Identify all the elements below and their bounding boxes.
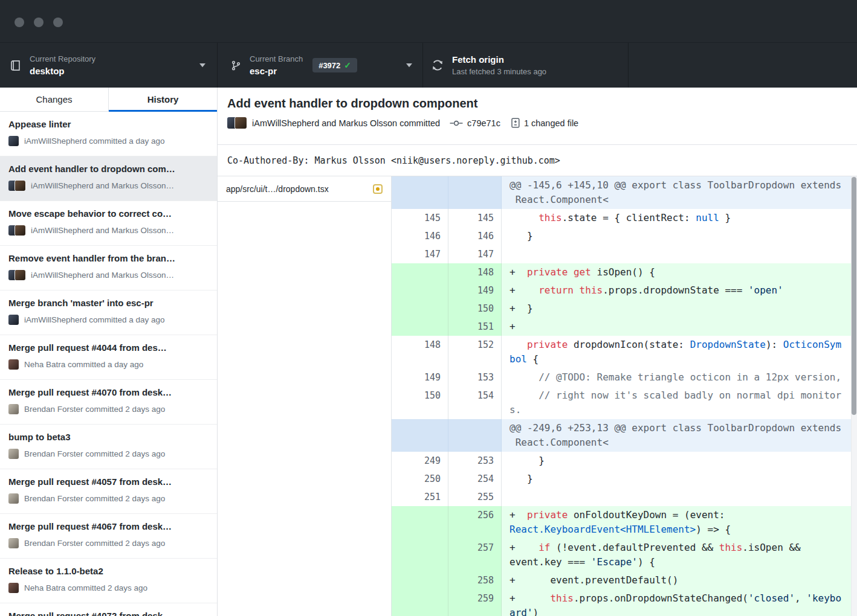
new-line-number: 254 [448,470,502,488]
titlebar [0,0,857,42]
old-line-number [392,300,448,318]
fetch-title: Fetch origin [452,54,546,65]
new-line-number: 145 [448,209,502,227]
chevron-down-icon [199,63,206,68]
new-line-number: 258 [448,571,502,589]
diff-code-text: } [502,470,857,488]
diff-code-text: + if (!event.defaultPrevented && this.is… [502,539,857,571]
fetch-origin-button[interactable]: Fetch origin Last fetched 3 minutes ago [423,43,629,88]
commit-history-list: Appease linteriAmWillShepherd committed … [0,112,217,616]
diff-code-text: + return this.props.dropdownState === 'o… [502,281,857,300]
diff-context-line: 148152 private dropdownIcon(state: Dropd… [392,336,857,368]
commit-item-byline: iAmWillShepherd committed a day ago [8,136,210,146]
committer-avatars [227,117,247,129]
diff-added-line: 149+ return this.props.dropdownState ===… [392,281,857,300]
diff-context-line: 250254 } [392,470,857,488]
git-branch-icon [231,60,241,71]
old-line-number [392,419,448,452]
commit-list-item[interactable]: Merge pull request #4070 from desk…Brend… [0,380,217,425]
new-line-number: 151 [448,318,502,336]
committer-avatars [8,270,25,280]
old-line-number [392,506,448,539]
diff-content: @@ -145,6 +145,10 @@ export class Toolba… [392,176,857,616]
commit-header: Add event handler to dropdown component … [218,88,857,145]
diff-scrollbar[interactable] [851,176,857,616]
diff-added-line: 256+ private onFoldoutKeyDown = (event: … [392,506,857,539]
minimize-window-button[interactable] [34,18,44,27]
avatar [235,117,247,129]
branch-selector[interactable]: Current Branch esc-pr #3972✓ [218,43,423,88]
avatar [8,404,19,414]
repository-label: Current Repository [30,54,95,64]
diff-added-line: 148+ private get isOpen() { [392,263,857,281]
diff-added-line: 150+ } [392,300,857,318]
changed-file-item[interactable]: app/src/ui/t…/dropdown.tsx [218,176,391,202]
commit-list-item[interactable]: Add event handler to dropdown com…iAmWil… [0,156,217,201]
sync-icon [432,59,444,71]
commit-item-byline: iAmWillShepherd committed a day ago [8,315,210,325]
commit-list-item[interactable]: Merge pull request #4057 from desk…Brend… [0,469,217,514]
committer-avatars [8,449,19,459]
commit-item-byline: Brendan Forster committed 2 days ago [8,404,210,414]
old-line-number: 249 [392,452,448,470]
tab-changes[interactable]: Changes [0,88,108,111]
tab-history[interactable]: History [108,88,217,111]
new-line-number: 149 [448,281,502,300]
zoom-window-button[interactable] [53,18,63,27]
old-line-number [392,571,448,589]
new-line-number: 152 [448,336,502,368]
byline-text: iAmWillShepherd committed a day ago [24,315,165,324]
diff-code-text: + this.props.onDropdownStateChanged('clo… [502,589,857,616]
close-window-button[interactable] [15,18,24,27]
diff-code-text: + event.preventDefault() [502,571,857,589]
commit-item-title: Remove event handler from the bran… [8,252,210,265]
diff-code-text: + } [502,300,857,318]
commit-list-item[interactable]: Release to 1.1.0-beta2Neha Batra committ… [0,559,217,603]
toolbar: Current Repository desktop Current Branc… [0,42,857,88]
commit-list-item[interactable]: bump to beta3Brendan Forster committed 2… [0,425,217,469]
repository-text: Current Repository desktop [30,54,95,77]
diff-code-text: private dropdownIcon(state: DropdownStat… [502,336,857,368]
commit-list-item[interactable]: Merge branch 'master' into esc-priAmWill… [0,290,217,335]
committer-avatars [8,404,19,414]
committer-avatars [8,493,19,504]
committer-avatars [8,225,25,236]
commit-list-item[interactable]: Appease linteriAmWillShepherd committed … [0,112,217,156]
commit-list-item[interactable]: Move escape behavior to correct co…iAmWi… [0,201,217,246]
commit-list-item[interactable]: Remove event handler from the bran…iAmWi… [0,246,217,290]
diff-context-line: 149153 // @TODO: Remake triangle octicon… [392,368,857,387]
commit-list-item[interactable]: Merge pull request #4044 from des…Neha B… [0,335,217,380]
commit-list-item[interactable]: Merge pull request #4067 from desk…Brend… [0,514,217,559]
commit-item-title: Add event handler to dropdown com… [8,163,210,175]
modified-status-icon [373,184,383,194]
pr-number-badge[interactable]: #3972✓ [312,58,357,72]
byline-text: iAmWillShepherd and Markus Olsson… [31,226,174,235]
new-line-number [448,176,502,209]
diff-hunk-header: @@ -145,6 +145,10 @@ export class Toolba… [392,176,857,209]
new-line-number: 153 [448,368,502,387]
commit-item-byline: Brendan Forster committed 2 days ago [8,538,210,548]
diff-code-text: } [502,227,857,245]
byline-text: Brendan Forster committed 2 days ago [24,494,165,503]
commit-byline: iAmWillShepherd and Markus Olsson commit… [252,118,440,128]
avatar [8,538,19,548]
diff-hunk-header: @@ -249,6 +253,13 @@ export class Toolba… [392,419,857,452]
diff-view: app/src/ui/t…/dropdown.tsx @@ -145,6 +14… [218,176,857,616]
commit-item-byline: Brendan Forster committed 2 days ago [8,493,210,504]
commit-title: Add event handler to dropdown component [227,95,847,111]
commit-list-item[interactable]: Merge pull request #4072 from desk… [0,603,217,616]
commit-item-title: Move escape behavior to correct co… [8,208,210,220]
commit-item-byline: iAmWillShepherd and Markus Olsson… [8,181,210,191]
diff-code-text [502,488,857,506]
diff-added-line: 151+ [392,318,857,336]
new-line-number: 147 [448,245,502,263]
repository-selector[interactable]: Current Repository desktop [0,43,218,88]
diff-code-text: + private get isOpen() { [502,263,857,281]
branch-label: Current Branch [250,54,303,64]
changed-files-count: 1 changed file [524,118,578,128]
diff-code-text: + [502,318,857,336]
byline-text: Neha Batra committed 2 days ago [24,583,147,592]
sidebar: Changes History Appease linteriAmWillShe… [0,88,218,616]
scrollbar-thumb[interactable] [852,177,856,415]
byline-text: Neha Batra committed a day ago [24,360,143,369]
